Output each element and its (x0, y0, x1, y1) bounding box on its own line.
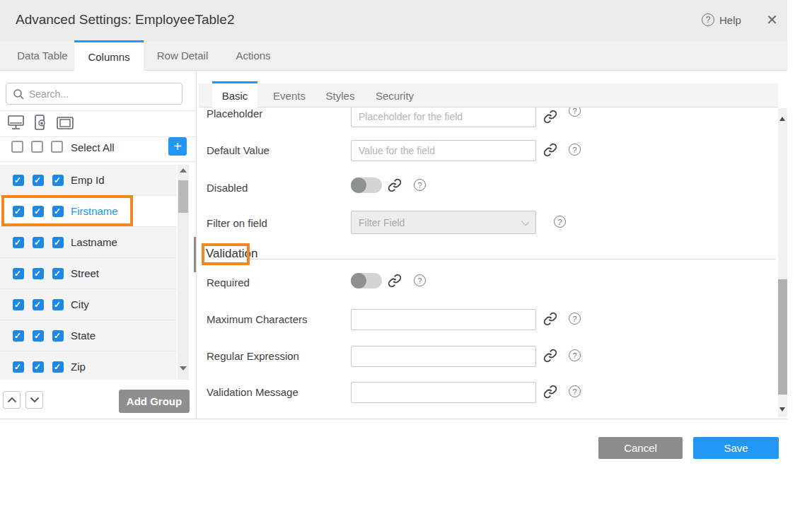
checkbox[interactable] (13, 206, 24, 217)
link-icon[interactable] (543, 110, 557, 124)
checkbox[interactable] (33, 299, 44, 310)
regular-expression-input[interactable] (351, 346, 536, 367)
checkbox[interactable] (52, 206, 64, 217)
tab-basic[interactable]: Basic (212, 81, 257, 108)
scroll-up-icon[interactable] (779, 117, 785, 121)
checkbox[interactable] (13, 299, 24, 310)
move-column-down-button[interactable] (25, 391, 43, 409)
checkbox[interactable] (52, 330, 64, 342)
list-item-firstname[interactable]: Firstname (0, 196, 177, 227)
column-settings-panel: Basic Events Styles Security Placeholder… (197, 71, 787, 419)
select-all-checkbox-tablet[interactable] (51, 141, 63, 153)
checkbox[interactable] (52, 299, 64, 310)
help-icon[interactable]: ? (569, 349, 581, 361)
footer-divider (0, 419, 787, 419)
select-all-row: Select All + (0, 139, 196, 161)
list-item-city[interactable]: City (0, 289, 177, 320)
toggle-knob (351, 273, 366, 289)
select-all-checkbox-mobile[interactable] (31, 141, 43, 153)
chevron-up-icon (7, 397, 17, 403)
checkbox[interactable] (33, 361, 44, 373)
placeholder-input[interactable] (351, 106, 536, 127)
link-icon[interactable] (543, 143, 557, 157)
scrollbar-thumb[interactable] (178, 180, 188, 213)
tab-columns[interactable]: Columns (74, 40, 144, 71)
save-button[interactable]: Save (693, 437, 779, 459)
help-icon[interactable]: ? (569, 385, 581, 397)
field-label-placeholder: Placeholder (207, 107, 262, 120)
tab-actions[interactable]: Actions (221, 40, 285, 71)
select-placeholder: Filter Field (359, 217, 405, 228)
checkbox[interactable] (13, 268, 24, 279)
checkbox[interactable] (13, 330, 24, 342)
scrollbar-thumb[interactable] (778, 279, 787, 395)
link-icon[interactable] (388, 274, 402, 288)
divider-scrollbar-thumb[interactable] (194, 237, 196, 272)
help-icon[interactable]: ? (414, 179, 426, 191)
add-column-button[interactable]: + (168, 137, 187, 156)
section-title-validation: Validation (206, 247, 257, 261)
checkbox[interactable] (33, 206, 44, 217)
mobile-icon[interactable] (33, 114, 47, 132)
checkbox[interactable] (33, 175, 44, 186)
tab-styles[interactable]: Styles (318, 83, 362, 107)
panel-scrollbar[interactable] (778, 108, 787, 417)
help-icon[interactable]: ? (554, 216, 566, 228)
scroll-down-icon[interactable] (180, 366, 187, 371)
dialog-header: Advanced Settings: EmployeeTable2 ? Help… (0, 0, 787, 40)
tab-events[interactable]: Events (265, 83, 314, 107)
checkbox[interactable] (33, 268, 44, 279)
help-icon[interactable]: ? (569, 144, 581, 156)
checkbox[interactable] (52, 237, 64, 248)
scroll-down-icon[interactable] (779, 407, 785, 412)
add-group-button[interactable]: Add Group (119, 390, 190, 413)
cancel-button[interactable]: Cancel (598, 437, 683, 459)
select-all-label: Select All (71, 141, 115, 153)
field-label-required: Required (207, 276, 250, 289)
filter-field-select[interactable]: Filter Field (351, 211, 536, 234)
checkbox[interactable] (52, 268, 64, 279)
search-box (6, 83, 182, 105)
list-item-emp-id[interactable]: Emp Id (0, 165, 177, 196)
desktop-icon[interactable] (7, 115, 25, 131)
checkbox[interactable] (13, 175, 24, 186)
tab-row-detail[interactable]: Row Detail (144, 40, 221, 71)
checkbox[interactable] (52, 361, 64, 373)
checkbox[interactable] (33, 330, 44, 342)
field-label-filter-on-field: Filter on field (207, 217, 267, 229)
list-item-lastname[interactable]: Lastname (0, 227, 177, 258)
divider (0, 161, 196, 162)
list-item-state[interactable]: State (0, 320, 177, 351)
link-icon[interactable] (543, 349, 557, 363)
tab-security[interactable]: Security (367, 83, 422, 107)
maximum-characters-input[interactable] (351, 309, 536, 330)
tablet-icon[interactable] (56, 115, 75, 131)
field-label-default-value: Default Value (207, 144, 269, 156)
checkbox[interactable] (13, 237, 24, 248)
default-value-input[interactable] (351, 140, 536, 161)
device-toggle-row (7, 114, 75, 132)
close-icon[interactable]: ✕ (766, 11, 778, 28)
link-icon[interactable] (543, 385, 557, 399)
sidebar-scrollbar[interactable] (178, 165, 189, 380)
select-all-checkbox-desktop[interactable] (11, 141, 23, 153)
help-icon[interactable]: ? (569, 313, 581, 325)
validation-message-input[interactable] (351, 382, 536, 403)
checkbox[interactable] (52, 175, 64, 186)
help-button[interactable]: ? Help (702, 13, 741, 26)
disabled-toggle[interactable] (351, 177, 382, 193)
help-icon[interactable]: ? (414, 274, 426, 286)
search-input[interactable] (29, 83, 178, 104)
list-item-street[interactable]: Street (0, 258, 177, 289)
required-toggle[interactable] (351, 273, 382, 289)
scroll-up-icon[interactable] (180, 168, 187, 173)
move-column-up-button[interactable] (3, 391, 21, 409)
tab-data-table[interactable]: Data Table (0, 40, 85, 71)
checkbox[interactable] (33, 237, 44, 248)
link-icon[interactable] (543, 312, 557, 326)
checkbox[interactable] (13, 361, 24, 373)
list-item-zip[interactable]: Zip (0, 351, 177, 380)
field-label-validation-message: Validation Message (207, 386, 298, 398)
link-icon[interactable] (388, 178, 402, 192)
field-label-disabled: Disabled (207, 182, 248, 194)
